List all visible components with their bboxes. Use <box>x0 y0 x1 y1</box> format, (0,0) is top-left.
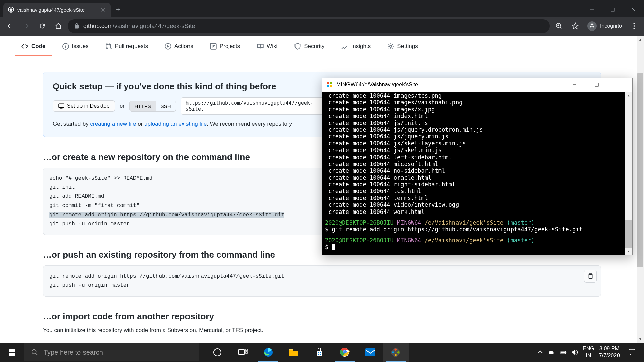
git-bash-icon[interactable] <box>383 343 409 362</box>
home-button[interactable] <box>52 19 65 33</box>
tab-wiki[interactable]: Wiki <box>250 37 284 56</box>
tab-code[interactable]: Code <box>15 37 52 56</box>
tab-actions[interactable]: Actions <box>158 37 200 56</box>
svg-rect-13 <box>330 85 332 87</box>
copy-button[interactable] <box>584 270 597 283</box>
wiki-icon <box>257 43 264 50</box>
github-favicon <box>8 7 14 13</box>
scroll-down-icon[interactable]: ▾ <box>637 335 644 343</box>
import-title: …or import code from another repository <box>43 311 601 322</box>
term-scroll-down-icon[interactable]: ▾ <box>625 248 632 255</box>
forward-button[interactable] <box>19 19 33 33</box>
tab-close-icon[interactable] <box>100 7 106 13</box>
onedrive-icon[interactable] <box>548 349 555 356</box>
svg-rect-23 <box>246 352 247 353</box>
zoom-icon[interactable] <box>552 19 566 33</box>
edge-icon[interactable] <box>256 343 281 362</box>
task-icons <box>205 343 409 362</box>
pull-request-icon <box>105 43 112 50</box>
page-scrollbar[interactable]: ▴ ▾ <box>637 36 644 343</box>
tray-chevron-icon[interactable] <box>537 349 544 356</box>
svg-point-20 <box>214 349 221 356</box>
svg-rect-26 <box>320 352 321 353</box>
url-text: github.com/vaishnavigupta447/geek-sSite <box>83 23 195 30</box>
start-button[interactable] <box>0 343 24 362</box>
browser-tab[interactable]: vaishnavigupta447/geek-sSite <box>3 3 111 17</box>
search-icon <box>31 349 38 356</box>
reload-button[interactable] <box>36 19 49 33</box>
terminal-body[interactable]: create mode 100644 images/tcs.png create… <box>322 92 632 255</box>
incognito-badge[interactable]: Incognito <box>585 21 625 31</box>
tab-pulls[interactable]: Pull requests <box>99 37 155 56</box>
menu-icon[interactable] <box>627 19 641 33</box>
ssh-button[interactable]: SSH <box>156 101 176 112</box>
svg-rect-11 <box>330 82 332 84</box>
explorer-icon[interactable] <box>281 343 307 362</box>
svg-rect-36 <box>566 352 567 353</box>
lock-icon <box>74 23 80 29</box>
taskbar-search[interactable]: Type here to search <box>24 343 199 361</box>
chrome-icon[interactable] <box>332 343 358 362</box>
incognito-icon <box>587 21 597 31</box>
clipboard-icon <box>587 273 593 279</box>
mingw-icon <box>326 81 333 88</box>
code-icon <box>21 43 28 50</box>
term-scroll-up-icon[interactable]: ▴ <box>625 92 632 99</box>
tab-insights[interactable]: Insights <box>335 37 378 56</box>
svg-point-3 <box>633 25 635 27</box>
mail-icon[interactable] <box>358 343 383 362</box>
svg-point-4 <box>633 28 635 29</box>
term-scroll-thumb[interactable] <box>625 220 632 248</box>
term-close-icon[interactable] <box>609 78 628 92</box>
windows-logo-icon <box>8 348 16 356</box>
tab-projects[interactable]: Projects <box>203 37 247 56</box>
bookmark-star-icon[interactable] <box>569 19 582 33</box>
svg-rect-0 <box>611 8 614 11</box>
clock[interactable]: 3:09 PM 7/7/2020 <box>599 345 620 359</box>
desktop-icon <box>58 103 64 109</box>
scroll-thumb[interactable] <box>637 73 643 267</box>
volume-icon[interactable] <box>571 349 578 356</box>
tab-security[interactable]: Security <box>287 37 331 56</box>
create-file-link[interactable]: creating a new file <box>90 121 136 127</box>
tab-issues[interactable]: Issues <box>56 37 95 56</box>
prompt-input: $ <box>325 244 630 250</box>
term-maximize-icon[interactable] <box>587 78 606 92</box>
scroll-up-icon[interactable]: ▴ <box>637 36 644 43</box>
svg-point-19 <box>32 350 36 354</box>
import-section: …or import code from another repository … <box>43 311 601 334</box>
new-tab-button[interactable]: + <box>111 3 126 17</box>
task-view-icon[interactable] <box>230 343 256 362</box>
repo-url-input[interactable]: https://github.com/vaishnavigupta447/gee… <box>181 97 332 115</box>
push-repo-section: …or push an existing repository from the… <box>43 250 601 296</box>
battery-icon[interactable] <box>560 349 567 356</box>
terminal-titlebar[interactable]: MINGW64:/e/Vaishnavi/geek'sSite <box>322 78 632 92</box>
svg-rect-8 <box>59 104 64 107</box>
command-line: $ git remote add origin https://github.c… <box>325 226 630 233</box>
https-button[interactable]: HTTPS <box>129 101 156 112</box>
upload-file-link[interactable]: uploading an existing file <box>144 121 207 127</box>
svg-rect-14 <box>595 83 598 86</box>
cortana-icon[interactable] <box>205 343 230 362</box>
search-placeholder: Type here to search <box>44 349 103 356</box>
svg-rect-17 <box>9 353 12 356</box>
notification-icon[interactable] <box>625 343 639 362</box>
svg-rect-9 <box>589 274 592 279</box>
svg-rect-10 <box>327 82 329 84</box>
language-indicator[interactable]: ENG IN <box>583 345 594 359</box>
address-bar[interactable]: github.com/vaishnavigupta447/geek-sSite <box>68 19 550 33</box>
actions-icon <box>165 43 171 50</box>
minimize-icon[interactable] <box>582 3 602 17</box>
term-minimize-icon[interactable] <box>565 78 584 92</box>
back-button[interactable] <box>3 19 17 33</box>
maximize-icon[interactable] <box>602 3 623 17</box>
push-repo-code[interactable]: git remote add origin https://github.com… <box>43 265 601 296</box>
store-icon[interactable] <box>307 343 332 362</box>
cursor-icon <box>332 244 335 250</box>
terminal-scrollbar[interactable]: ▴ ▾ <box>625 92 632 255</box>
setup-desktop-button[interactable]: Set up in Desktop <box>53 100 115 112</box>
close-icon[interactable] <box>623 3 644 17</box>
svg-rect-16 <box>12 349 15 352</box>
tab-settings[interactable]: Settings <box>381 37 424 56</box>
tab-title: vaishnavigupta447/geek-sSite <box>17 7 97 13</box>
